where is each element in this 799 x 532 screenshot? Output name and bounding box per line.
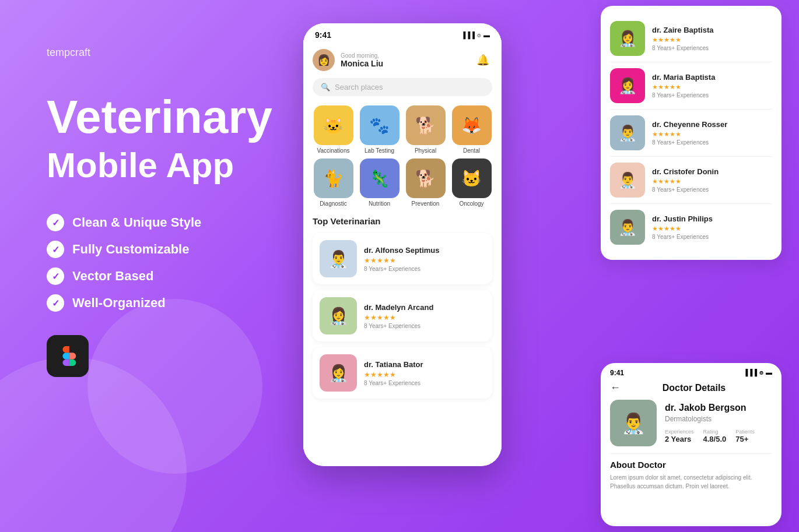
feature-item-3: Vector Based	[47, 267, 292, 285]
about-title: About Doctor	[610, 460, 772, 470]
feature-label-2: Fully Customizable	[72, 242, 189, 257]
vet-info-2: dr. Madelyn Arcand ★★★★★ 8 Years+ Experi…	[364, 303, 485, 329]
vet-name-1: dr. Alfonso Septimus	[364, 246, 485, 255]
detail-info: dr. Jakob Bergson Dermatologists Experie…	[665, 403, 772, 443]
detail-doc-name: dr. Jakob Bergson	[665, 403, 772, 413]
category-img-physical: 🐕	[406, 105, 446, 145]
category-label-labtest: Lab Testing	[365, 147, 394, 154]
doctor-avatar-cheyenne: 👨‍⚕️	[610, 115, 645, 150]
category-label-vaccinations: Vaccinations	[317, 147, 350, 154]
phone-main: 9:41 ▐▐▐ ⌾ ▬ 👩 Good morning, Monica Liu …	[303, 23, 502, 466]
vet-avatar-3: 👩‍⚕️	[320, 354, 357, 392]
stat-exp-value: 2 Years	[665, 435, 694, 443]
doctor-info-maria: dr. Maria Baptista ★★★★★ 8 Years+ Experi…	[652, 73, 715, 98]
greeting-block: Good morning, Monica Liu	[341, 52, 383, 68]
cat-emoji-oncology: 🐱	[452, 158, 492, 198]
battery-icon: ▬	[483, 31, 490, 38]
stat-rating: Rating 4.8/5.0	[703, 429, 727, 443]
figma-icon	[47, 335, 89, 377]
doctor-stars-cheyenne: ★★★★★	[652, 131, 727, 138]
doctor-info-justin: dr. Justin Philips ★★★★★ 8 Years+ Experi…	[652, 214, 713, 240]
category-img-diagnostic: 🐈	[314, 158, 353, 198]
doctor-name-maria: dr. Maria Baptista	[652, 73, 715, 82]
status-icons: ▐▐▐ ⌾ ▬	[461, 31, 490, 38]
stat-patients-label: Patients	[735, 429, 755, 435]
doctor-stars-justin: ★★★★★	[652, 225, 713, 232]
user-greeting: 👩 Good morning, Monica Liu	[313, 49, 383, 71]
category-img-dental: 🦊	[452, 105, 492, 145]
check-icon-3	[47, 267, 64, 285]
cat-emoji-diagnostic: 🐈	[314, 158, 353, 198]
about-section: About Doctor Lorem ipsum dolor sit amet,…	[601, 460, 782, 491]
category-label-prevention: Prevention	[412, 200, 440, 207]
check-icon-4	[47, 294, 64, 312]
doctor-info-cheyenne: dr. Cheyenne Rosser ★★★★★ 8 Years+ Exper…	[652, 120, 727, 146]
bell-icon[interactable]: 🔔	[474, 51, 492, 69]
cat-emoji-vaccinations: 🐱	[314, 105, 353, 145]
doctor-card-cristofer[interactable]: 👨‍⚕️ dr. Cristofer Donin ★★★★★ 8 Years+ …	[610, 157, 772, 204]
category-img-vaccinations: 🐱	[314, 105, 353, 145]
doctor-cards-container: 👩‍⚕️ dr. Zaire Baptista ★★★★★ 8 Years+ E…	[601, 6, 782, 260]
wifi-icon: ⌾	[477, 31, 481, 38]
doctor-stars-maria: ★★★★★	[652, 83, 715, 91]
vet-card-2[interactable]: 👩‍⚕️ dr. Madelyn Arcand ★★★★★ 8 Years+ E…	[313, 290, 492, 341]
cat-emoji-physical: 🐕	[406, 105, 446, 145]
stat-rating-value: 4.8/5.0	[703, 435, 727, 443]
doctor-exp-zaire: 8 Years+ Experiences	[652, 45, 713, 51]
category-label-oncology: Oncology	[459, 200, 483, 207]
category-img-oncology: 🐱	[452, 158, 492, 198]
category-label-dental: Dental	[463, 147, 480, 154]
search-icon: 🔍	[321, 83, 330, 91]
doctor-card-maria[interactable]: 👩‍⚕️ dr. Maria Baptista ★★★★★ 8 Years+ E…	[610, 62, 772, 110]
category-prevention[interactable]: 🐕 Prevention	[405, 158, 446, 207]
signal-icon: ▐▐▐	[461, 31, 475, 38]
cat-emoji-prevention: 🐕	[406, 158, 446, 198]
category-oncology[interactable]: 🐱 Oncology	[451, 158, 492, 207]
detail-status-time: 9:41	[610, 369, 624, 377]
feature-item-1: Clean & Unique Style	[47, 214, 292, 231]
vet-info-3: dr. Tatiana Bator ★★★★★ 8 Years+ Experie…	[364, 360, 485, 386]
vet-card-1[interactable]: 👨‍⚕️ dr. Alfonso Septimus ★★★★★ 8 Years+…	[313, 233, 492, 284]
doctor-card-cheyenne[interactable]: 👨‍⚕️ dr. Cheyenne Rosser ★★★★★ 8 Years+ …	[610, 110, 772, 157]
category-diagnostic[interactable]: 🐈 Diagnostic	[313, 158, 354, 207]
doctor-name-zaire: dr. Zaire Baptista	[652, 26, 713, 34]
doctor-card-zaire[interactable]: 👩‍⚕️ dr. Zaire Baptista ★★★★★ 8 Years+ E…	[610, 15, 772, 62]
category-physical[interactable]: 🐕 Physical	[405, 105, 446, 154]
vet-stars-3: ★★★★★	[364, 371, 485, 379]
status-time: 9:41	[315, 30, 331, 40]
category-vaccinations[interactable]: 🐱 Vaccinations	[313, 105, 354, 154]
main-title: Veterinary	[47, 94, 292, 140]
detail-specialty: Dermatologists	[665, 415, 772, 423]
category-label-nutrition: Nutrition	[369, 200, 390, 207]
cat-emoji-dental: 🦊	[452, 105, 492, 145]
feature-label-1: Clean & Unique Style	[72, 215, 201, 230]
doctor-card-justin[interactable]: 👨‍⚕️ dr. Justin Philips ★★★★★ 8 Years+ E…	[610, 204, 772, 251]
left-panel: tempcraft Veterinary Mobile App Clean & …	[47, 47, 292, 377]
vet-name-2: dr. Madelyn Arcand	[364, 303, 485, 312]
category-nutrition[interactable]: 🦎 Nutrition	[359, 158, 400, 207]
category-dental[interactable]: 🦊 Dental	[451, 105, 492, 154]
detail-battery-icon: ▬	[766, 369, 772, 377]
doctor-detail-card: 👨‍⚕️ dr. Jakob Bergson Dermatologists Ex…	[601, 400, 782, 453]
check-icon-1	[47, 214, 64, 231]
detail-avatar: 👨‍⚕️	[610, 400, 657, 446]
category-labtest[interactable]: 🐾 Lab Testing	[359, 105, 400, 154]
vet-avatar-2: 👩‍⚕️	[320, 297, 357, 334]
vet-avatar-1: 👨‍⚕️	[320, 240, 357, 277]
vet-card-3[interactable]: 👩‍⚕️ dr. Tatiana Bator ★★★★★ 8 Years+ Ex…	[313, 347, 492, 399]
detail-status-bar: 9:41 ▐▐▐ ⌾ ▬	[601, 363, 782, 379]
category-img-labtest: 🐾	[360, 105, 400, 145]
detail-divider	[610, 453, 772, 454]
about-text: Lorem ipsum dolor sit amet, consectetur …	[610, 473, 772, 491]
category-img-prevention: 🐕	[406, 158, 446, 198]
doctor-exp-maria: 8 Years+ Experiences	[652, 92, 715, 98]
back-button[interactable]: ←	[610, 382, 621, 394]
feature-list: Clean & Unique Style Fully Customizable …	[47, 214, 292, 312]
doctor-name-cheyenne: dr. Cheyenne Rosser	[652, 120, 727, 129]
vet-info-1: dr. Alfonso Septimus ★★★★★ 8 Years+ Expe…	[364, 246, 485, 272]
doctor-name-justin: dr. Justin Philips	[652, 214, 713, 223]
doctor-stars-zaire: ★★★★★	[652, 36, 713, 44]
category-label-physical: Physical	[415, 147, 436, 154]
search-bar[interactable]: 🔍 Search places	[313, 78, 492, 96]
category-grid: 🐱 Vaccinations 🐾 Lab Testing 🐕 Physical	[313, 105, 492, 207]
